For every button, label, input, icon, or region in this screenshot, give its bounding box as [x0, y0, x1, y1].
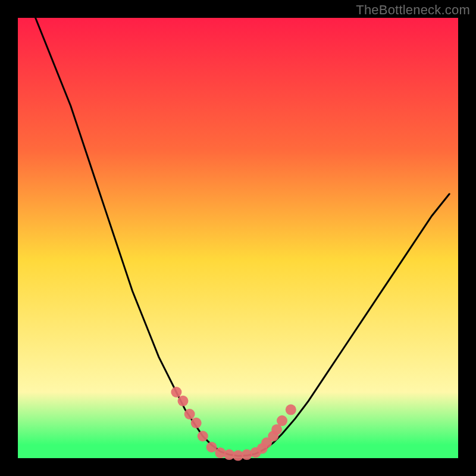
sweet-spot-dot	[277, 415, 287, 426]
bottleneck-chart	[0, 0, 476, 476]
sweet-spot-dot	[286, 405, 296, 415]
sweet-spot-dot	[171, 387, 181, 397]
chart-frame: TheBottleneck.com	[0, 0, 476, 476]
watermark-text: TheBottleneck.com	[356, 2, 470, 18]
sweet-spot-dot	[191, 418, 202, 428]
gradient-background	[18, 18, 458, 458]
sweet-spot-dot	[198, 431, 208, 441]
sweet-spot-dot	[178, 396, 189, 406]
sweet-spot-dot	[184, 409, 195, 419]
sweet-spot-dot	[215, 447, 226, 458]
sweet-spot-dot	[206, 442, 217, 453]
